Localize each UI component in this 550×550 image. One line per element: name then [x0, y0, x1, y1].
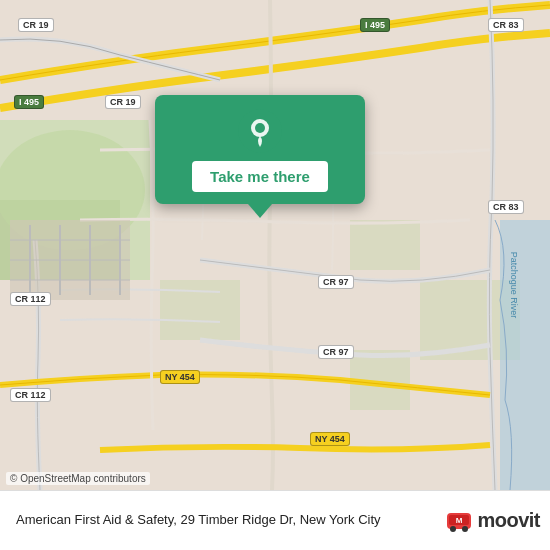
map-attribution: © OpenStreetMap contributors [6, 472, 150, 485]
road-badge-ny454-2: NY 454 [310, 432, 350, 446]
road-badge-i495-2: I 495 [360, 18, 390, 32]
svg-rect-5 [350, 220, 420, 270]
road-badge-cr97-1: CR 97 [318, 275, 354, 289]
road-badge-cr112-2: CR 112 [10, 388, 51, 402]
moovit-icon: M [445, 507, 473, 535]
road-badge-cr19-1: CR 19 [18, 18, 54, 32]
svg-rect-8 [500, 220, 550, 490]
road-badge-cr97-2: CR 97 [318, 345, 354, 359]
take-me-there-button[interactable]: Take me there [192, 161, 328, 192]
moovit-logo: M moovit [445, 507, 540, 535]
map-container: CR 19 I 495 CR 19 I 495 CR 83 CR 83 CR 9… [0, 0, 550, 490]
road-badge-ny454-1: NY 454 [160, 370, 200, 384]
road-badge-cr83-1: CR 83 [488, 18, 524, 32]
svg-point-12 [255, 123, 265, 133]
moovit-logo-text: moovit [477, 509, 540, 532]
road-badge-cr112-1: CR 112 [10, 292, 51, 306]
svg-point-16 [462, 526, 468, 532]
location-text: American First Aid & Safety, 29 Timber R… [10, 512, 445, 529]
pin-icon [238, 109, 282, 153]
road-badge-cr19-2: CR 19 [105, 95, 141, 109]
road-badge-cr83-2: CR 83 [488, 200, 524, 214]
location-popup: Take me there [155, 95, 365, 204]
svg-text:M: M [456, 516, 463, 525]
road-badge-i495-1: I 495 [14, 95, 44, 109]
river-label: Patchogue River [510, 252, 520, 319]
bottom-bar: American First Aid & Safety, 29 Timber R… [0, 490, 550, 550]
svg-rect-4 [160, 280, 240, 340]
svg-point-15 [450, 526, 456, 532]
